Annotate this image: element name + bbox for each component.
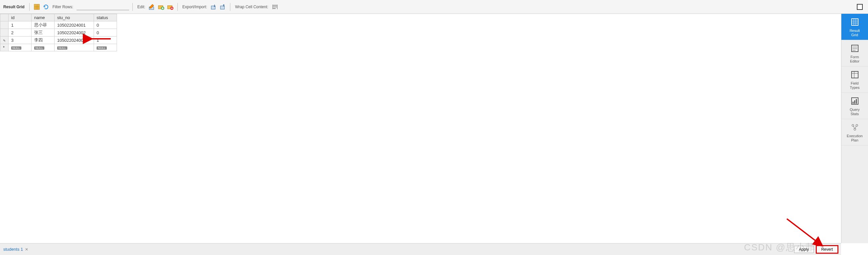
row-gutter: ✎: [0, 36, 8, 44]
bottom-bar: students 1 ✕ Apply Revert: [0, 243, 841, 255]
table-cell[interactable]: 2: [8, 29, 32, 36]
close-icon[interactable]: ✕: [25, 247, 28, 252]
delete-row-icon[interactable]: [166, 3, 174, 11]
side-tab-grid[interactable]: ResultGrid: [841, 14, 868, 40]
result-tab-label: students 1: [3, 247, 23, 252]
plan-icon: [849, 122, 860, 133]
svg-line-32: [855, 126, 856, 129]
table-cell[interactable]: 0: [94, 21, 117, 29]
table-cell[interactable]: NULL: [8, 44, 32, 51]
row-gutter: [0, 29, 8, 36]
edit-row-icon[interactable]: [148, 3, 156, 11]
workspace: idnamestu_nostatus1思小菲10502202400102张三10…: [0, 14, 868, 243]
apply-button[interactable]: Apply: [794, 246, 814, 253]
svg-rect-27: [856, 99, 857, 104]
fields-icon: [849, 69, 860, 80]
export-import-label: Export/Import:: [181, 5, 208, 9]
form-icon: [849, 43, 860, 54]
separator: [29, 3, 30, 11]
side-tab-label: FieldTypes: [850, 81, 860, 89]
side-tab-form[interactable]: FormEditor: [841, 40, 868, 66]
table-cell[interactable]: NULL: [32, 44, 55, 51]
column-header[interactable]: id: [8, 14, 32, 21]
row-gutter: [0, 21, 8, 29]
table-cell[interactable]: 1: [94, 36, 117, 44]
table-cell[interactable]: NULL: [55, 44, 94, 51]
panel-toggle-icon[interactable]: [857, 4, 863, 10]
side-tab-fields[interactable]: FieldTypes: [841, 66, 868, 93]
separator: [132, 3, 133, 11]
wrap-cell-label: Wrap Cell Content:: [234, 5, 270, 9]
svg-rect-26: [854, 101, 855, 104]
column-header[interactable]: status: [94, 14, 117, 21]
table-cell[interactable]: NULL: [94, 44, 117, 51]
column-header[interactable]: name: [32, 14, 55, 21]
side-tab-label: ExecutionPlan: [847, 134, 862, 142]
table-cell[interactable]: 105022024003: [55, 36, 94, 44]
table-cell[interactable]: 0: [94, 29, 117, 36]
edit-label: Edit:: [136, 5, 147, 9]
result-tab[interactable]: students 1 ✕: [3, 247, 28, 252]
refresh-icon[interactable]: [42, 3, 50, 11]
row-gutter: *: [0, 44, 8, 51]
export-icon[interactable]: [210, 3, 217, 11]
svg-line-31: [854, 126, 855, 129]
table-cell[interactable]: 张三: [32, 29, 55, 36]
result-grid[interactable]: idnamestu_nostatus1思小菲10502202400102张三10…: [0, 14, 841, 243]
table-cell[interactable]: 思小菲: [32, 21, 55, 29]
svg-rect-17: [851, 45, 858, 52]
table-row[interactable]: 1思小菲1050220240010: [0, 21, 117, 29]
side-panel: ResultGridFormEditorFieldTypesQueryStats…: [841, 14, 868, 243]
add-row-icon[interactable]: [157, 3, 165, 11]
svg-rect-21: [851, 72, 858, 78]
table-row[interactable]: 2张三1050220240020: [0, 29, 117, 36]
svg-rect-12: [851, 19, 858, 25]
table-row[interactable]: *NULLNULLNULLNULL: [0, 44, 117, 51]
column-header[interactable]: stu_no: [55, 14, 94, 21]
revert-button[interactable]: Revert: [816, 246, 838, 253]
table-cell[interactable]: 3: [8, 36, 32, 44]
table-cell[interactable]: 105022024002: [55, 29, 94, 36]
grid-icon: [849, 17, 860, 27]
side-tab-stats[interactable]: QueryStats: [841, 93, 868, 119]
svg-rect-25: [852, 102, 854, 104]
table-cell[interactable]: 李四: [32, 36, 55, 44]
import-icon[interactable]: [219, 3, 227, 11]
row-gutter-header: [0, 14, 8, 21]
filter-rows-label: Filter Rows:: [51, 5, 74, 9]
result-grid-label: Result Grid: [3, 5, 26, 9]
grid-view-icon[interactable]: [33, 3, 41, 11]
side-tab-label: QueryStats: [850, 108, 860, 115]
filter-rows-input[interactable]: [76, 4, 129, 10]
table-row[interactable]: ✎3李四1050220240031: [0, 36, 117, 44]
result-toolbar: Result Grid Filter Rows: Edit: Export/Im…: [0, 0, 868, 14]
side-tab-plan[interactable]: ExecutionPlan: [841, 119, 868, 145]
svg-rect-0: [34, 4, 39, 9]
stats-icon: [849, 96, 860, 106]
table-cell[interactable]: 1: [8, 21, 32, 29]
side-tab-label: FormEditor: [850, 55, 860, 63]
svg-point-30: [854, 128, 856, 130]
side-tab-label: ResultGrid: [849, 29, 860, 36]
table-cell[interactable]: 105022024001: [55, 21, 94, 29]
wrap-cell-icon[interactable]: [271, 3, 279, 11]
